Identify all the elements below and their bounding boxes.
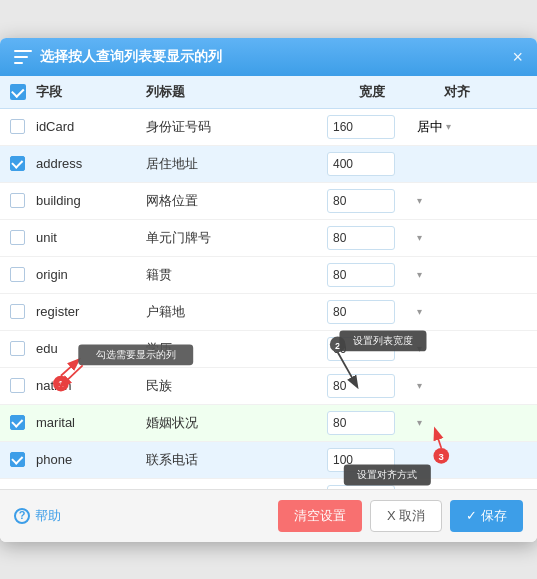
width-input-register[interactable] [327,300,395,324]
field-name-idCard: idCard [36,119,146,134]
col-header-width: 宽度 [327,83,417,101]
align-cell-idCard: 居中▾ [417,118,497,136]
row-checkbox-unit[interactable] [10,230,25,245]
align-dropdown-unit[interactable]: ▾ [417,232,422,243]
col-header-field: 字段 [36,83,146,101]
table-row: phone联系电话 [0,442,537,479]
table-row: building网格位置▾ [0,183,537,220]
table-row: marital婚姻状况▾ [0,405,537,442]
table-row: edu学历▾ [0,331,537,368]
table-row: nation民族▾ [0,368,537,405]
field-name-edu: edu [36,341,146,356]
align-dropdown-origin[interactable]: ▾ [417,269,422,280]
width-input-nation[interactable] [327,374,395,398]
label-building: 网格位置 [146,192,327,210]
align-cell-marital: ▾ [417,417,497,428]
dialog-footer: ? 帮助 清空设置 X 取消 ✓ 保存 [0,489,537,542]
table-row: workunit工作单位 [0,479,537,489]
label-marital: 婚姻状况 [146,414,327,432]
label-nation: 民族 [146,377,327,395]
close-button[interactable]: × [512,48,523,66]
align-dropdown-marital[interactable]: ▾ [417,417,422,428]
row-checkbox-building[interactable] [10,193,25,208]
row-checkbox-address[interactable] [10,156,25,171]
table-body: idCard身份证号码居中▾address居住地址building网格位置▾un… [0,109,537,489]
table-row: address居住地址 [0,146,537,183]
width-input-unit[interactable] [327,226,395,250]
dialog-title: 选择按人查询列表要显示的列 [40,48,222,66]
label-register: 户籍地 [146,303,327,321]
field-name-register: register [36,304,146,319]
row-checkbox-nation[interactable] [10,378,25,393]
field-name-nation: nation [36,378,146,393]
width-input-building[interactable] [327,189,395,213]
save-button[interactable]: ✓ 保存 [450,500,523,532]
width-input-address[interactable] [327,152,395,176]
help-button[interactable]: ? 帮助 [14,507,61,525]
width-input-workunit[interactable] [327,485,395,489]
table-row: register户籍地▾ [0,294,537,331]
row-checkbox-origin[interactable] [10,267,25,282]
field-name-building: building [36,193,146,208]
align-cell-nation: ▾ [417,380,497,391]
label-origin: 籍贯 [146,266,327,284]
align-cell-unit: ▾ [417,232,497,243]
row-checkbox-idCard[interactable] [10,119,25,134]
field-name-phone: phone [36,452,146,467]
label-address: 居住地址 [146,155,327,173]
label-unit: 单元门牌号 [146,229,327,247]
table-row: idCard身份证号码居中▾ [0,109,537,146]
align-dropdown-register[interactable]: ▾ [417,306,422,317]
row-checkbox-phone[interactable] [10,452,25,467]
dialog-title-area: 选择按人查询列表要显示的列 [14,48,222,66]
field-name-unit: unit [36,230,146,245]
list-icon [14,50,32,64]
field-name-marital: marital [36,415,146,430]
col-header-align: 对齐 [417,83,497,101]
align-dropdown-nation[interactable]: ▾ [417,380,422,391]
row-checkbox-edu[interactable] [10,341,25,356]
col-header-label: 列标题 [146,83,327,101]
help-label: 帮助 [35,507,61,525]
label-idCard: 身份证号码 [146,118,327,136]
dialog: 选择按人查询列表要显示的列 × 字段 列标题 宽度 对齐 idCard身份证号码… [0,38,537,542]
field-name-address: address [36,156,146,171]
align-cell-building: ▾ [417,195,497,206]
label-workunit: 工作单位 [146,488,327,489]
align-value-idCard: 居中 [417,118,443,136]
align-dropdown-edu[interactable]: ▾ [417,343,422,354]
align-dropdown-idCard[interactable]: ▾ [446,121,451,132]
row-checkbox-register[interactable] [10,304,25,319]
label-phone: 联系电话 [146,451,327,469]
cancel-button[interactable]: X 取消 [370,500,442,532]
align-cell-register: ▾ [417,306,497,317]
select-all-checkbox[interactable] [10,84,26,100]
clear-button[interactable]: 清空设置 [278,500,362,532]
width-input-phone[interactable] [327,448,395,472]
label-edu: 学历 [146,340,327,358]
footer-actions: 清空设置 X 取消 ✓ 保存 [278,500,523,532]
width-input-marital[interactable] [327,411,395,435]
table-header: 字段 列标题 宽度 对齐 [0,76,537,109]
table-row: origin籍贯▾ [0,257,537,294]
align-cell-origin: ▾ [417,269,497,280]
align-dropdown-building[interactable]: ▾ [417,195,422,206]
width-input-edu[interactable] [327,337,395,361]
table-row: unit单元门牌号▾ [0,220,537,257]
dialog-header: 选择按人查询列表要显示的列 × [0,38,537,76]
help-icon: ? [14,508,30,524]
width-input-idCard[interactable] [327,115,395,139]
width-input-origin[interactable] [327,263,395,287]
field-name-origin: origin [36,267,146,282]
row-checkbox-marital[interactable] [10,415,25,430]
align-cell-edu: ▾ [417,343,497,354]
